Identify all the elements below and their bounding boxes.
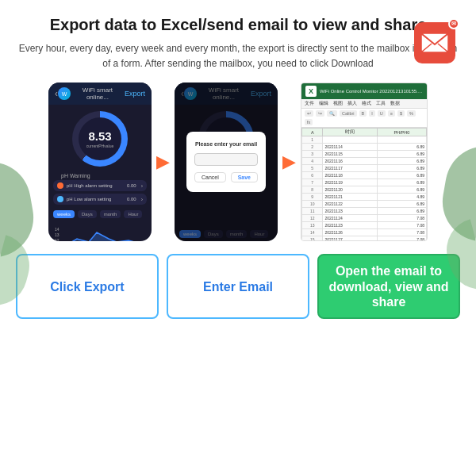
excel-cell-r12-c1[interactable]: 20221123 xyxy=(323,222,377,229)
excel-cell-r9-c1[interactable]: 20221122 xyxy=(323,201,377,208)
phone1-alarm-row-low: pH Low alarm setting 0.00 › xyxy=(53,194,147,205)
excel-cell-r8-c1[interactable]: 20221121 xyxy=(323,194,377,201)
excel-cell-r11-c2[interactable]: 7.08 xyxy=(377,215,426,222)
excel-tool-redo[interactable]: ↪ xyxy=(316,110,324,117)
excel-cell-r2-c2[interactable]: 6.89 xyxy=(377,151,426,158)
excel-cell-r12-c0[interactable]: 13 xyxy=(302,222,323,229)
excel-menu-edit[interactable]: 编辑 xyxy=(319,101,328,106)
excel-cell-r14-c0[interactable]: 15 xyxy=(302,236,323,241)
excel-toolbar: ↩ ↪ 🔍 Calibri B I U ≡ $ % fx xyxy=(301,109,427,128)
excel-tool-percent[interactable]: % xyxy=(407,110,416,117)
excel-cell-r0-c0[interactable]: 1 xyxy=(302,136,323,144)
excel-cell-r5-c2[interactable]: 6.89 xyxy=(377,172,426,179)
excel-tool-align[interactable]: ≡ xyxy=(388,110,395,117)
excel-title-bar: X WiFi Online Control Monitor 2022012131… xyxy=(301,83,427,99)
excel-table-row: 3202211156.89 xyxy=(302,151,427,158)
svg-text:14: 14 xyxy=(55,227,60,232)
excel-cell-r3-c2[interactable]: 6.89 xyxy=(377,158,426,165)
excel-cell-r7-c0[interactable]: 8 xyxy=(302,186,323,194)
excel-tool-formula[interactable]: fx xyxy=(305,119,313,125)
excel-cell-r9-c0[interactable]: 10 xyxy=(302,201,323,208)
excel-tool-zoom[interactable]: 🔍 xyxy=(327,110,337,117)
excel-cell-r7-c1[interactable]: 20221120 xyxy=(323,186,377,194)
arrow-2: ▶ xyxy=(282,152,296,172)
excel-cell-r13-c0[interactable]: 14 xyxy=(302,229,323,236)
excel-cell-r1-c2[interactable]: 6.89 xyxy=(377,144,426,151)
excel-cell-r10-c0[interactable]: 11 xyxy=(302,208,323,215)
phone1-tab-weeks[interactable]: weeks xyxy=(53,210,75,218)
excel-table-row: 8202211206.89 xyxy=(302,186,427,194)
step-box-1[interactable]: Click Export xyxy=(16,254,159,319)
step-box-3[interactable]: Open the email to download, view and sha… xyxy=(317,254,460,319)
phone1-tab-hour[interactable]: Hour xyxy=(124,210,142,218)
excel-cell-r9-c2[interactable]: 6.89 xyxy=(377,201,426,208)
excel-menu-view[interactable]: 视图 xyxy=(333,101,343,106)
excel-cell-r4-c2[interactable]: 6.89 xyxy=(377,165,426,172)
excel-cell-r0-c2[interactable] xyxy=(377,136,426,144)
excel-cell-r13-c2[interactable]: 7.08 xyxy=(377,229,426,236)
phone1-alarm2-label: pH Low alarm setting xyxy=(67,197,111,202)
excel-tool-bold[interactable]: B xyxy=(359,110,367,117)
phone1-chart-area: 14 13 12 xyxy=(48,221,152,241)
excel-table-row: 2202211146.89 xyxy=(302,144,427,151)
email-input-field[interactable] xyxy=(194,153,258,166)
excel-cell-r1-c1[interactable]: 20221114 xyxy=(323,144,377,151)
excel-tool-underline[interactable]: U xyxy=(378,110,386,117)
phone1-tab-month[interactable]: month xyxy=(100,210,121,218)
excel-cell-r6-c1[interactable]: 20221119 xyxy=(323,179,377,186)
phone1-chart-svg: 14 13 12 xyxy=(53,223,147,241)
step-box-2[interactable]: Enter Email xyxy=(167,254,309,319)
phone1-alarm2-arrow: › xyxy=(141,197,143,202)
excel-cell-r3-c0[interactable]: 4 xyxy=(302,158,323,165)
phone1-export-btn[interactable]: Export xyxy=(125,90,145,98)
excel-cell-r5-c1[interactable]: 20221118 xyxy=(323,172,377,179)
excel-menu-tools[interactable]: 工具 xyxy=(376,101,386,106)
step2-label: Enter Email xyxy=(203,279,273,294)
excel-table-row: 14202211267.08 xyxy=(302,229,427,236)
excel-cell-r4-c1[interactable]: 20221117 xyxy=(323,165,377,172)
excel-cell-r0-c1[interactable] xyxy=(323,136,377,144)
excel-cell-r5-c0[interactable]: 6 xyxy=(302,172,323,179)
dialog-save-btn[interactable]: Save xyxy=(231,172,258,182)
excel-cell-r12-c2[interactable]: 7.08 xyxy=(377,222,426,229)
excel-cell-r2-c1[interactable]: 20221115 xyxy=(323,151,377,158)
excel-cell-r3-c1[interactable]: 20221116 xyxy=(323,158,377,165)
excel-tool-undo[interactable]: ↩ xyxy=(305,110,313,117)
excel-cell-r13-c1[interactable]: 20221126 xyxy=(323,229,377,236)
excel-table-row: 7202211196.89 xyxy=(302,179,427,186)
phone1-title: WiFi smart online... xyxy=(71,86,125,101)
excel-cell-r8-c2[interactable]: 4.89 xyxy=(377,194,426,201)
excel-cell-r11-c0[interactable]: 12 xyxy=(302,215,323,222)
excel-cell-r10-c2[interactable]: 6.89 xyxy=(377,208,426,215)
email-icon-box: ✉ xyxy=(414,22,455,63)
excel-cell-r8-c0[interactable]: 9 xyxy=(302,194,323,201)
excel-col-header-b: 时间 xyxy=(323,129,377,136)
email-dialog-overlay: Please enter your email Cancel Save xyxy=(175,83,278,241)
excel-data-table: A 时间 PH/PH0 12202211146.893202211156.894… xyxy=(301,128,427,240)
excel-cell-r6-c2[interactable]: 6.89 xyxy=(377,179,426,186)
excel-tool-dollar[interactable]: $ xyxy=(397,110,405,117)
excel-menu-file[interactable]: 文件 xyxy=(305,101,314,106)
excel-cell-r1-c0[interactable]: 2 xyxy=(302,144,323,151)
excel-cell-r10-c1[interactable]: 20221123 xyxy=(323,208,377,215)
phone1-gauge-label: currentPHvalue xyxy=(86,144,113,148)
excel-cell-r14-c1[interactable]: 20221127 xyxy=(323,236,377,241)
excel-cell-r11-c1[interactable]: 20221124 xyxy=(323,215,377,222)
excel-cell-r4-c0[interactable]: 5 xyxy=(302,165,323,172)
excel-cell-r7-c2[interactable]: 6.89 xyxy=(377,186,426,194)
excel-cell-r14-c2[interactable]: 7.08 xyxy=(377,236,426,241)
excel-cell-r2-c0[interactable]: 3 xyxy=(302,151,323,158)
excel-tool-italic[interactable]: I xyxy=(369,110,375,117)
phone1-time-tabs: weeks Days month Hour xyxy=(48,207,152,221)
phone1-alarm1-arrow: › xyxy=(141,183,143,189)
phone1-tab-days[interactable]: Days xyxy=(78,210,97,218)
excel-tool-font[interactable]: Calibri xyxy=(340,110,357,117)
excel-menu-format[interactable]: 格式 xyxy=(362,101,371,106)
excel-menu-data[interactable]: 数据 xyxy=(390,101,400,106)
dialog-cancel-btn[interactable]: Cancel xyxy=(194,172,226,182)
excel-cell-r6-c0[interactable]: 7 xyxy=(302,179,323,186)
phone1-alarm-dot-low xyxy=(57,196,63,202)
svg-text:13: 13 xyxy=(55,232,60,237)
svg-text:12: 12 xyxy=(55,238,60,241)
excel-menu-insert[interactable]: 插入 xyxy=(347,101,357,106)
